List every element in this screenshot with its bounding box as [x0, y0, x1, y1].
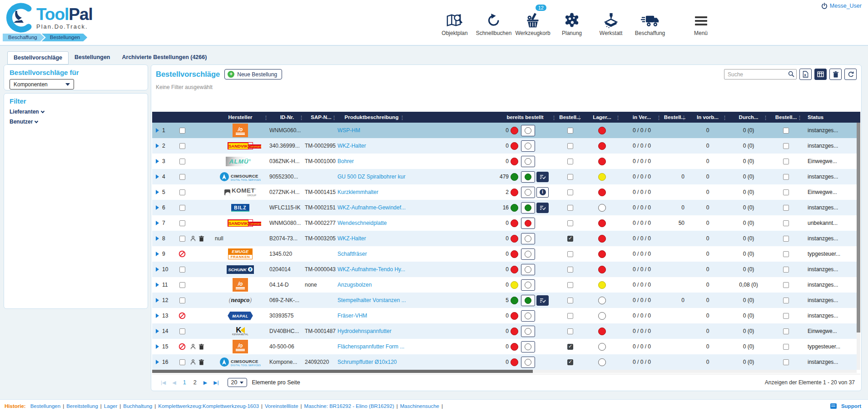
bestell-checkbox[interactable]	[567, 282, 573, 288]
column-settings-button[interactable]	[814, 69, 827, 80]
column-menu-icon[interactable]: ⋮	[722, 115, 727, 120]
history-link[interactable]: Maschinensuche	[400, 403, 439, 409]
bestell-checkbox[interactable]	[567, 205, 573, 211]
order-toggle-button[interactable]	[521, 171, 535, 183]
order-toggle-button[interactable]	[521, 295, 535, 306]
row-expander-icon[interactable]	[156, 283, 159, 287]
last-page-button[interactable]: ▶|	[213, 380, 218, 386]
product-description-link[interactable]: Schaftfräser	[337, 251, 367, 257]
page-size-dropdown[interactable]: 20	[228, 378, 248, 387]
nav-beschaffung[interactable]: Beschaffung	[630, 10, 670, 36]
column-header[interactable]: Hersteller⋮	[211, 114, 269, 120]
row-trash-icon[interactable]	[199, 236, 204, 242]
row-select-checkbox[interactable]	[179, 267, 185, 273]
row-expander-icon[interactable]	[156, 267, 159, 272]
bestellt-checkbox[interactable]	[783, 236, 789, 242]
row-expander-icon[interactable]	[156, 252, 159, 256]
row-expander-icon[interactable]	[156, 159, 159, 164]
table-row[interactable]: 11/o04.14-DnoneAnzugsbolzen00 / 0 / 000,…	[152, 277, 860, 293]
row-expander-icon[interactable]	[156, 298, 159, 303]
row-select-checkbox[interactable]	[179, 282, 185, 288]
first-page-button[interactable]: |◀	[161, 380, 166, 386]
column-header[interactable]: bereits bestellt⋮	[493, 114, 557, 120]
order-toggle-button[interactable]	[521, 326, 535, 337]
bestell-checkbox[interactable]	[567, 220, 573, 226]
bestellt-checkbox[interactable]	[783, 189, 789, 195]
nav-werkzeugkorb[interactable]: 12Werkzeugkorb	[513, 10, 552, 36]
support-link[interactable]: Support	[841, 403, 861, 409]
column-header[interactable]: Lager...⋮	[583, 114, 621, 120]
history-link[interactable]: Bestellungen	[30, 403, 61, 409]
assign-user-icon[interactable]	[190, 344, 196, 349]
logout-power-icon[interactable]	[821, 3, 828, 9]
column-menu-icon[interactable]: ⋮	[332, 115, 337, 120]
bestellt-checkbox[interactable]	[783, 267, 789, 273]
product-description-link[interactable]: Flächenspannfutter Form ...	[337, 343, 404, 350]
history-link[interactable]: Bereitstellung	[66, 403, 98, 409]
column-header[interactable]: Bestell...⋮	[662, 114, 687, 120]
product-description-link[interactable]: Bohrer	[337, 158, 354, 164]
delete-button[interactable]	[829, 69, 842, 80]
bestellt-checkbox[interactable]	[783, 174, 789, 180]
column-header[interactable]: Bestell...⋮	[769, 114, 803, 120]
bestell-checkbox[interactable]	[567, 298, 573, 303]
assign-user-icon[interactable]	[190, 359, 196, 365]
tab-archivierte-bestellungen-[interactable]: Archivierte Bestellungen (4266)	[116, 51, 213, 65]
column-menu-icon[interactable]: ⋮	[797, 115, 802, 120]
nav-werkstatt[interactable]: Werkstatt	[591, 10, 630, 36]
column-header[interactable]: Durch...⋮	[728, 114, 769, 120]
column-header[interactable]: Bestell...⋮	[557, 114, 583, 120]
product-description-link[interactable]: Hydrodehnspannfutter	[337, 328, 392, 334]
table-row[interactable]: 7SANDVIKCoromantWNMG080...TM-0002277Wend…	[152, 215, 860, 231]
row-select-checkbox[interactable]	[179, 220, 185, 226]
history-link[interactable]: Maschine: BR16292 - Elino (BR16292)	[304, 403, 394, 409]
row-trash-icon[interactable]	[199, 359, 204, 365]
product-description-link[interactable]: Kurzklemmhalter	[337, 189, 378, 195]
bestell-checkbox[interactable]	[567, 313, 573, 319]
bestellt-checkbox[interactable]	[783, 251, 789, 257]
history-link[interactable]: Voreinstellliste	[265, 403, 298, 409]
table-row[interactable]: 4CIMSOURCEDIGITAL TOOL SERVICES90552300.…	[152, 169, 860, 184]
page-number-2[interactable]: 2	[193, 379, 197, 386]
column-menu-icon[interactable]: ⋮	[615, 115, 620, 120]
nav-schnellbuchen[interactable]: Schnellbuchen	[474, 10, 513, 36]
nav-planung[interactable]: Planung	[552, 10, 591, 36]
bestell-checkbox[interactable]	[567, 267, 573, 273]
product-description-link[interactable]: WKZ-Halter	[337, 143, 366, 149]
column-header[interactable]: In vorb...⋮	[687, 114, 728, 120]
table-row[interactable]: 6BILZWFLC115-IKTM-0002151WKZ-Aufnahme-Ge…	[152, 200, 860, 215]
row-expander-icon[interactable]	[156, 313, 159, 318]
breadcrumb-bestellungen[interactable]: Bestellungen	[42, 34, 88, 41]
assign-user-icon[interactable]	[190, 236, 196, 241]
order-toggle-button[interactable]	[521, 202, 535, 213]
bestellt-checkbox[interactable]	[783, 328, 789, 334]
table-row[interactable]: 2SANDVIKCoromant340.36999...TM-0002995WK…	[152, 138, 860, 154]
column-menu-icon[interactable]: ⋮	[656, 115, 661, 120]
order-toggle-button[interactable]	[521, 341, 535, 352]
tab-bestellvorschl-ge[interactable]: Bestellvorschläge	[7, 51, 69, 65]
product-description-link[interactable]: Wendeschneidplatte	[337, 220, 387, 226]
bestellt-checkbox[interactable]	[783, 143, 789, 149]
column-header[interactable]: in Ver...⋮	[621, 114, 662, 120]
order-toggle-button[interactable]	[521, 156, 535, 167]
column-menu-icon[interactable]: ⋮	[681, 115, 686, 120]
row-select-checkbox[interactable]	[179, 328, 185, 334]
column-menu-icon[interactable]: ⋮	[400, 115, 405, 120]
bestell-checkbox[interactable]	[567, 128, 573, 134]
order-form-button[interactable]	[536, 203, 549, 213]
product-description-link[interactable]: WKZ-Aufnahme-Tendo Hy...	[337, 266, 405, 273]
bestellt-checkbox[interactable]	[783, 205, 789, 211]
column-menu-icon[interactable]: ⋮	[263, 115, 268, 120]
vertical-scrollbar-thumb[interactable]	[857, 123, 860, 333]
product-description-link[interactable]: Schrumpffutter Ø10x120	[337, 359, 397, 365]
refresh-button[interactable]	[844, 69, 857, 80]
table-row[interactable]: 5KOMET°GROUP027ZNK-H...TM-0001415Kurzkle…	[152, 184, 860, 200]
bestellt-checkbox[interactable]	[783, 159, 789, 164]
product-description-link[interactable]: Anzugsbolzen	[337, 282, 372, 288]
product-description-link[interactable]: WKZ-Aufnahme-Gewindef...	[337, 204, 406, 211]
order-toggle-button[interactable]	[521, 357, 535, 368]
order-toggle-button[interactable]	[521, 310, 535, 322]
bestellt-checkbox[interactable]	[783, 282, 789, 288]
search-input[interactable]	[724, 69, 797, 79]
table-row[interactable]: 15/o40-500-06Flächenspannfutter Form ...…	[152, 339, 860, 354]
